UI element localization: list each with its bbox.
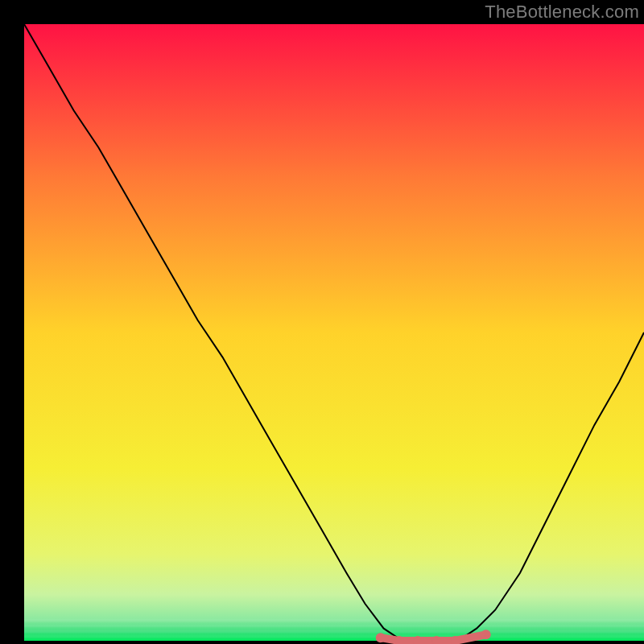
svg-rect-7 — [24, 638, 644, 641]
plot-area — [24, 24, 644, 641]
svg-point-18 — [481, 630, 491, 639]
svg-rect-3 — [24, 627, 644, 630]
svg-rect-6 — [24, 635, 644, 638]
bottleneck-chart — [0, 0, 644, 644]
lower-bands — [24, 619, 644, 641]
svg-rect-4 — [24, 630, 644, 633]
svg-rect-5 — [24, 633, 644, 635]
svg-rect-2 — [24, 625, 644, 627]
svg-rect-0 — [24, 619, 644, 621]
svg-rect-1 — [24, 622, 644, 625]
